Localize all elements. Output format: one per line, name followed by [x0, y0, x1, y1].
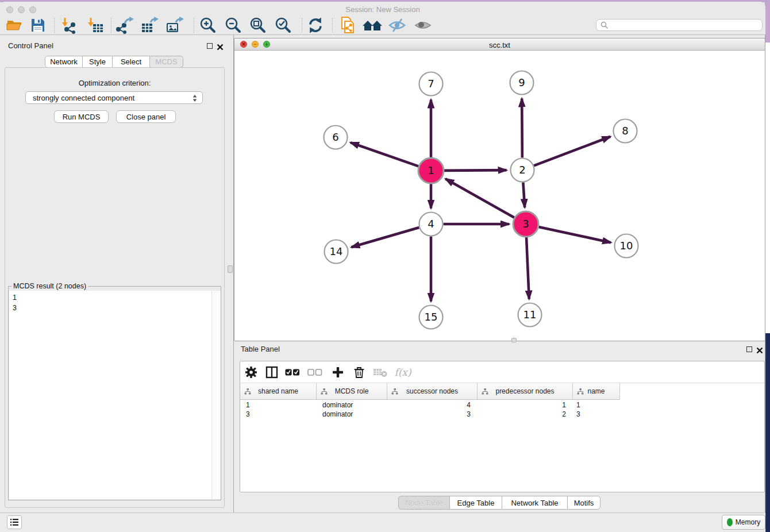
- export-image-icon[interactable]: [165, 16, 186, 34]
- select-arrows-icon: [192, 95, 197, 102]
- close-panel-button[interactable]: Close panel: [116, 110, 176, 123]
- window-title: Session: New Session: [0, 5, 765, 14]
- node-label-7: 7: [428, 78, 434, 90]
- delete-row-trash-icon[interactable]: [351, 365, 367, 380]
- node-label-14: 14: [330, 245, 343, 257]
- refresh-icon[interactable]: [305, 16, 326, 34]
- cell-MCDS-role: dominator: [317, 410, 387, 419]
- cell-shared-name: 1: [240, 400, 317, 410]
- edge-3-1[interactable]: [445, 179, 514, 217]
- add-row-icon[interactable]: [330, 365, 346, 380]
- cell-MCDS-role: dominator: [317, 400, 387, 410]
- node-label-2: 2: [519, 164, 525, 176]
- node-table-container: [240, 361, 765, 492]
- task-history-button[interactable]: [7, 515, 22, 529]
- control-panel-close-icon[interactable]: [217, 43, 224, 53]
- edge-4-14[interactable]: [351, 228, 419, 247]
- mcds-result-scrollbar[interactable]: [211, 291, 220, 499]
- edge-3-10[interactable]: [538, 227, 611, 242]
- optimization-criterion-select[interactable]: strongly connected component: [25, 91, 203, 104]
- show-eye-icon[interactable]: [413, 16, 433, 34]
- node-label-4: 4: [428, 218, 434, 230]
- mcds-result-textarea[interactable]: [9, 291, 221, 499]
- save-icon[interactable]: [28, 16, 48, 34]
- tab-select[interactable]: Select: [112, 56, 150, 68]
- horizontal-splitter-handle[interactable]: [511, 338, 517, 342]
- zoom-out-icon[interactable]: [223, 16, 244, 34]
- edge-2-3[interactable]: [523, 182, 525, 207]
- tab-network[interactable]: Network: [45, 56, 83, 68]
- node-label-8: 8: [622, 125, 628, 137]
- cell-successor-nodes: 3: [387, 410, 478, 419]
- edge-2-9[interactable]: [522, 98, 522, 157]
- open-folder-icon[interactable]: [5, 16, 25, 34]
- table-header-row[interactable]: shared nameMCDS rolesuccessor nodesprede…: [240, 383, 620, 400]
- edge-1-2[interactable]: [444, 170, 507, 171]
- table-row[interactable]: 1dominator411: [240, 400, 765, 410]
- tab-edge-table[interactable]: Edge Table: [449, 496, 502, 510]
- cell-predecessor-nodes: 1: [478, 400, 573, 410]
- tab-mcds[interactable]: MCDS: [149, 56, 183, 68]
- toolbar-separator: [54, 18, 55, 33]
- edge-1-6[interactable]: [351, 142, 418, 166]
- column-header-name[interactable]: name: [573, 383, 620, 399]
- import-table-icon[interactable]: [84, 16, 105, 34]
- table-settings-gear-icon[interactable]: [243, 365, 259, 380]
- desktop-strip-right-bottom: [765, 333, 770, 532]
- zoom-in-icon[interactable]: [198, 16, 218, 34]
- desktop-strip-right-top: [765, 0, 770, 43]
- search-icon: [600, 21, 609, 29]
- memory-status-dot: [727, 518, 733, 526]
- table-columns-icon[interactable]: [264, 365, 280, 380]
- toolbar-separator: [194, 18, 194, 33]
- cell-name: 3: [573, 410, 620, 419]
- deselect-all-icon[interactable]: [307, 365, 323, 380]
- export-table-icon[interactable]: [140, 16, 160, 34]
- run-mcds-button[interactable]: Run MCDS: [54, 110, 109, 123]
- table-panel-float-icon[interactable]: [746, 346, 752, 352]
- table-panel-tabs: Node TableEdge TableNetwork TableMotifs: [398, 496, 600, 510]
- optimization-criterion-label: Optimization criterion:: [5, 79, 225, 87]
- hide-eye-icon[interactable]: [387, 16, 407, 34]
- control-panel-float-icon[interactable]: [207, 43, 213, 49]
- search-input[interactable]: [596, 19, 763, 31]
- zoom-selected-icon[interactable]: [273, 16, 294, 34]
- cell-predecessor-nodes: 2: [478, 410, 573, 419]
- memory-label: Memory: [736, 518, 760, 526]
- column-header-shared-name[interactable]: shared name: [240, 383, 317, 399]
- node-label-6: 6: [332, 131, 338, 143]
- cell-shared-name: 3: [240, 410, 317, 419]
- status-bar: [0, 512, 765, 532]
- table-row[interactable]: 3dominator323: [240, 410, 765, 419]
- network-graph-canvas[interactable]: 7968124314101511: [234, 51, 765, 341]
- column-header-predecessor-nodes[interactable]: predecessor nodes: [478, 383, 573, 399]
- node-label-10: 10: [620, 240, 633, 252]
- toolbar-separator: [332, 18, 333, 33]
- tab-style[interactable]: Style: [82, 56, 113, 68]
- network-view-title: scc.txt: [234, 41, 765, 49]
- edge-3-11[interactable]: [526, 237, 529, 299]
- table-panel-close-icon[interactable]: [756, 346, 763, 356]
- tab-node-table[interactable]: Node Table: [398, 496, 450, 510]
- zoom-fit-icon[interactable]: [248, 16, 268, 34]
- column-header-MCDS-role[interactable]: MCDS role: [317, 383, 387, 399]
- select-all-icon[interactable]: [284, 365, 301, 380]
- delete-table-icon: [372, 365, 388, 380]
- vertical-splitter-handle[interactable]: [228, 265, 233, 273]
- list-icon: [10, 518, 19, 526]
- control-panel-tabs: NetworkStyleSelectMCDS: [45, 56, 183, 68]
- clone-network-icon[interactable]: [337, 16, 358, 34]
- table-panel-title: Table Panel: [241, 345, 280, 353]
- column-header-successor-nodes[interactable]: successor nodes: [387, 383, 478, 399]
- export-network-icon[interactable]: [115, 16, 136, 34]
- toolbar-separator: [111, 18, 111, 33]
- import-network-icon[interactable]: [59, 16, 79, 34]
- home-views-icon[interactable]: [362, 16, 383, 34]
- toolbar-separator: [302, 18, 302, 33]
- tab-motifs[interactable]: Motifs: [567, 496, 600, 510]
- edge-2-8[interactable]: [534, 137, 610, 166]
- memory-button[interactable]: Memory: [722, 515, 765, 530]
- node-label-1: 1: [428, 164, 434, 176]
- node-label-15: 15: [425, 311, 438, 323]
- tab-network-table[interactable]: Network Table: [502, 496, 568, 510]
